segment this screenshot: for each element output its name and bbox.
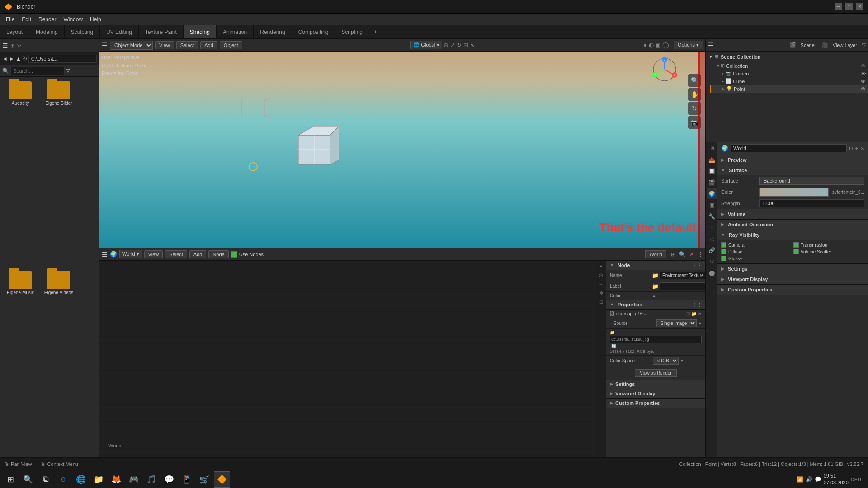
add-button[interactable]: Add [200, 41, 217, 49]
view-layer-props-icon[interactable]: 🔲 [707, 166, 717, 177]
np-viewport-header[interactable]: ▶ Viewport Display [606, 389, 705, 399]
app9-taskbar-button[interactable]: 🛒 [196, 471, 212, 488]
node-node-button[interactable]: Node [208, 250, 228, 258]
node-section-header[interactable]: ▼ Node ⋮⋮ [606, 261, 705, 270]
tab-compositing[interactable]: Compositing [292, 25, 335, 38]
rv-header[interactable]: ▼ Ray Visibility [717, 230, 868, 240]
node-select-button[interactable]: Select [165, 250, 187, 258]
cp-header[interactable]: ▶ Custom Properties [717, 285, 868, 295]
world-name-input[interactable] [731, 144, 847, 152]
path-input[interactable] [28, 55, 97, 63]
world-props-icon active[interactable]: 🌍 [707, 188, 717, 199]
app6-taskbar-button[interactable]: 🎵 [143, 471, 160, 488]
use-nodes-toggle[interactable]: Use Nodes [231, 251, 264, 258]
tab-shading[interactable]: Shading [184, 25, 217, 38]
modifier-props-icon[interactable]: 🔧 [707, 211, 717, 222]
folder-eigene-videos[interactable]: Eigene Videos [41, 268, 77, 455]
folder-eigene-bilder[interactable]: Eigene Bilder [41, 79, 77, 266]
settings-header[interactable]: ▶ Settings [717, 264, 868, 274]
scene-props-icon[interactable]: 🎬 [707, 177, 717, 188]
point-eye-icon[interactable]: 👁 [861, 86, 866, 92]
point-light-object[interactable] [249, 162, 258, 171]
app7-taskbar-button[interactable]: 💬 [161, 471, 177, 488]
transmission-checkbox[interactable] [793, 242, 799, 248]
properties-section-header[interactable]: ▼ Properties ⋮⋮ [606, 300, 705, 310]
filter-icon[interactable]: ▽ [17, 42, 21, 49]
mode-select[interactable]: Object Mode [110, 41, 153, 50]
refresh-btn[interactable]: ↻ [23, 56, 27, 62]
node-menu-icon[interactable]: ☰ [102, 251, 108, 258]
node-tool-4[interactable]: ✥ [597, 289, 605, 297]
task-view-button[interactable]: ⧉ [38, 471, 54, 488]
particle-props-icon[interactable]: ⁘ [707, 222, 717, 233]
image-actions[interactable]: ⊡ 📁 ✕ [686, 311, 702, 316]
tab-layout[interactable]: Layout [0, 25, 29, 38]
strength-input[interactable] [760, 199, 864, 207]
close-button[interactable]: ✕ [856, 3, 863, 10]
viewport-3d[interactable]: User Perspective (1) Collection | Point … [99, 52, 705, 248]
volume-header[interactable]: ▶ Volume [717, 209, 868, 219]
tab-sculpting[interactable]: Sculpting [65, 25, 100, 38]
up-btn[interactable]: ▲ [16, 56, 21, 62]
world-browse-icon[interactable]: ⊡ [849, 145, 853, 151]
file-refresh-icon[interactable]: 🔄 [611, 344, 702, 348]
name-input[interactable] [660, 272, 705, 279]
world-color-swatch[interactable] [760, 188, 829, 197]
outliner-filter-icon[interactable]: ▽ [862, 42, 866, 48]
tab-animation[interactable]: Animation [217, 25, 254, 38]
surface-header[interactable]: ▼ Surface [717, 165, 868, 175]
output-props-icon[interactable]: 📤 [707, 155, 717, 165]
sc-expand-icon[interactable]: ▾ [709, 54, 712, 60]
node-add-button[interactable]: Add [189, 250, 207, 258]
select-button[interactable]: Select [176, 41, 198, 49]
node-tool-2[interactable]: ◎ [597, 271, 605, 279]
minimize-button[interactable]: ─ [835, 3, 842, 10]
menu-window[interactable]: Window [60, 15, 86, 23]
node-snap-icon[interactable]: ⊞ [671, 251, 675, 258]
folder-audacity[interactable]: Audacity [2, 79, 38, 266]
menu-edit[interactable]: Edit [18, 15, 35, 23]
node-tool-3[interactable]: ↔ [597, 280, 605, 288]
firefox-taskbar-button[interactable]: 🦊 [108, 471, 124, 488]
physics-props-icon[interactable]: ◌ [707, 234, 717, 244]
tray-skype-icon[interactable]: 💬 [815, 476, 821, 483]
use-nodes-checkbox[interactable] [231, 251, 237, 258]
outliner-item-point[interactable]: ▸ 💡 Point 👁 [710, 85, 868, 93]
app5-taskbar-button[interactable]: 🎮 [126, 471, 142, 488]
label-input[interactable] [660, 282, 705, 290]
gizmo-widget[interactable]: Z X Y [646, 56, 683, 92]
explorer-taskbar-button[interactable]: 📁 [90, 471, 107, 488]
back-btn[interactable]: ◄ [2, 56, 8, 62]
add-workspace-button[interactable]: + [369, 27, 382, 38]
outliner-item-camera[interactable]: ▸ 📷 Camera 👁 [710, 70, 868, 77]
source-select[interactable]: Single Image [656, 319, 697, 327]
view-button[interactable]: View [155, 41, 174, 49]
node-canvas[interactable]: ▸ syferfontein_6d_clear_8k_oceanmod.hdr … [99, 261, 596, 457]
preview-header[interactable]: ▶ Preview [717, 155, 868, 165]
object-props-icon[interactable]: ▣ [707, 200, 717, 211]
outliner-item-cube[interactable]: ▸ ⬜ Cube 👁 [710, 77, 868, 85]
material-props-icon[interactable]: ⬤ [707, 267, 717, 278]
constraint-props-icon[interactable]: 🔗 [707, 245, 717, 256]
options-button[interactable]: Options ▾ [674, 41, 703, 49]
ao-header[interactable]: ▶ Ambient Occlusion [717, 220, 868, 230]
tab-rendering[interactable]: Rendering [254, 25, 292, 38]
filter-options-icon[interactable]: ▽ [66, 68, 70, 74]
forward-btn[interactable]: ► [9, 56, 14, 62]
collection-eye-icon[interactable]: 👁 [861, 63, 866, 69]
np-settings-header[interactable]: ▶ Settings [606, 380, 705, 389]
camera-eye-icon[interactable]: 👁 [861, 71, 866, 76]
node-editor[interactable]: ▸ syferfontein_6d_clear_8k_oceanmod.hdr … [99, 261, 596, 457]
edge-taskbar-button[interactable]: e [55, 471, 71, 488]
file-path-input[interactable] [610, 336, 702, 343]
diffuse-checkbox[interactable] [721, 249, 726, 254]
tab-modeling[interactable]: Modeling [29, 25, 65, 38]
maximize-button[interactable]: □ [845, 3, 853, 10]
glossy-checkbox[interactable] [721, 256, 726, 261]
vd-header[interactable]: ▶ Viewport Display [717, 274, 868, 284]
data-props-icon[interactable]: ▽ [707, 256, 717, 267]
node-more-btn[interactable]: ⋮⋮ [693, 263, 702, 268]
node-view-button[interactable]: View [144, 250, 163, 258]
scene-icon[interactable]: 🎬 [789, 42, 796, 48]
node-zoom-in[interactable]: 🔍 [679, 251, 686, 258]
